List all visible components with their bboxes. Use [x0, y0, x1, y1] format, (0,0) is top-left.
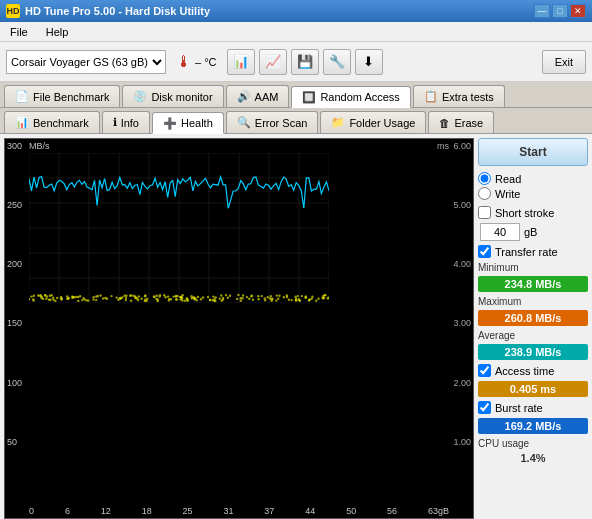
erase-label: Erase	[454, 117, 483, 129]
svg-point-170	[106, 298, 108, 300]
start-button[interactable]: Start	[478, 138, 588, 166]
tab-extra-tests[interactable]: 📋 Extra tests	[413, 85, 505, 107]
toolbar: Corsair Voyager GS (63 gB) 🌡 – °C 📊 📈 💾 …	[0, 42, 592, 82]
svg-point-184	[323, 297, 325, 299]
svg-point-190	[156, 295, 158, 297]
svg-point-135	[276, 294, 278, 296]
temperature-value: – °C	[195, 56, 217, 68]
svg-point-106	[252, 299, 254, 301]
gb-input[interactable]	[480, 223, 520, 241]
chart-x-labels: 0 6 12 18 25 31 37 44 50 56 63gB	[29, 506, 449, 516]
burst-rate-section: 169.2 MB/s	[478, 418, 588, 434]
svg-point-74	[77, 296, 79, 298]
exit-button[interactable]: Exit	[542, 50, 586, 74]
short-stroke-checkbox[interactable]	[478, 206, 491, 219]
burst-rate-checkbox-row[interactable]: Burst rate	[478, 401, 588, 414]
read-label: Read	[495, 173, 521, 185]
info-label: Info	[121, 117, 139, 129]
maximum-value: 260.8 MB/s	[478, 310, 588, 326]
svg-point-111	[125, 295, 127, 297]
icon-btn-5[interactable]: ⬇	[355, 49, 383, 75]
svg-point-79	[286, 294, 288, 296]
svg-point-98	[140, 298, 142, 300]
icon-btn-3[interactable]: 💾	[291, 49, 319, 75]
svg-point-32	[315, 300, 317, 302]
disk-monitor-label: Disk monitor	[151, 91, 212, 103]
chart-y-left-title: MB/s	[29, 141, 50, 151]
access-time-section: 0.405 ms	[478, 381, 588, 397]
icon-btn-1[interactable]: 📊	[227, 49, 255, 75]
short-stroke-row[interactable]: Short stroke	[478, 206, 588, 219]
access-time-checkbox[interactable]	[478, 364, 491, 377]
tab-random-access[interactable]: 🔲 Random Access	[291, 86, 410, 108]
file-menu[interactable]: File	[6, 24, 32, 40]
svg-point-97	[82, 297, 84, 299]
transfer-rate-label: Transfer rate	[495, 246, 558, 258]
icon-btn-2[interactable]: 📈	[259, 49, 287, 75]
svg-point-175	[130, 300, 132, 302]
main-content: MB/s ms 300 250 200 150 100 50 6.00 5.00…	[0, 134, 592, 519]
tab-erase[interactable]: 🗑 Erase	[428, 111, 494, 133]
read-radio[interactable]	[478, 172, 491, 185]
transfer-rate-row[interactable]: Transfer rate	[478, 245, 588, 258]
write-radio[interactable]	[478, 187, 491, 200]
svg-point-208	[193, 296, 195, 298]
svg-point-122	[45, 298, 47, 300]
write-radio-row[interactable]: Write	[478, 187, 588, 200]
svg-point-215	[304, 296, 306, 298]
benchmark-label: Benchmark	[33, 117, 89, 129]
aam-label: AAM	[255, 91, 279, 103]
tab-aam[interactable]: 🔊 AAM	[226, 85, 290, 107]
svg-point-156	[77, 300, 79, 302]
tab-health[interactable]: ➕ Health	[152, 112, 224, 134]
svg-point-81	[168, 299, 170, 301]
access-time-checkbox-row[interactable]: Access time	[478, 364, 588, 377]
cpu-usage-label: CPU usage	[478, 438, 588, 449]
write-label: Write	[495, 188, 520, 200]
icon-btn-4[interactable]: 🔧	[323, 49, 351, 75]
svg-point-66	[125, 299, 127, 301]
svg-point-108	[222, 297, 224, 299]
average-value: 238.9 MB/s	[478, 344, 588, 360]
tab-disk-monitor[interactable]: 💿 Disk monitor	[122, 85, 223, 107]
svg-point-194	[298, 298, 300, 300]
cpu-usage-section: CPU usage 1.4%	[478, 438, 588, 464]
app-icon: HD	[6, 4, 20, 18]
svg-point-105	[87, 299, 89, 301]
close-button[interactable]: ✕	[570, 4, 586, 18]
burst-rate-checkbox[interactable]	[478, 401, 491, 414]
cpu-usage-value: 1.4%	[478, 452, 588, 464]
svg-point-188	[117, 299, 119, 301]
svg-point-71	[37, 294, 39, 296]
tab-folder-usage[interactable]: 📁 Folder Usage	[320, 111, 426, 133]
tab-error-scan[interactable]: 🔍 Error Scan	[226, 111, 319, 133]
maximize-button[interactable]: □	[552, 4, 568, 18]
chart-y-right-title: ms	[437, 141, 449, 151]
minimize-button[interactable]: —	[534, 4, 550, 18]
tab-info[interactable]: ℹ Info	[102, 111, 150, 133]
read-radio-row[interactable]: Read	[478, 172, 588, 185]
transfer-rate-checkbox[interactable]	[478, 245, 491, 258]
tab-file-benchmark[interactable]: 📄 File Benchmark	[4, 85, 120, 107]
tab-benchmark[interactable]: 📊 Benchmark	[4, 111, 100, 133]
tab-row-1: 📄 File Benchmark 💿 Disk monitor 🔊 AAM 🔲 …	[0, 82, 592, 108]
svg-point-202	[137, 299, 139, 301]
drive-select[interactable]: Corsair Voyager GS (63 gB)	[6, 50, 166, 74]
svg-point-210	[33, 295, 35, 297]
svg-point-127	[167, 295, 169, 297]
svg-point-189	[144, 295, 146, 297]
svg-point-25	[261, 295, 263, 297]
svg-point-42	[30, 295, 32, 297]
svg-point-49	[200, 298, 202, 300]
svg-point-39	[288, 299, 290, 301]
svg-point-154	[145, 300, 147, 302]
help-menu[interactable]: Help	[42, 24, 73, 40]
aam-icon: 🔊	[237, 90, 251, 103]
file-benchmark-label: File Benchmark	[33, 91, 109, 103]
access-time-label: Access time	[495, 365, 554, 377]
random-access-label: Random Access	[320, 91, 399, 103]
svg-point-90	[49, 299, 51, 301]
maximum-section: Maximum 260.8 MB/s	[478, 296, 588, 326]
svg-point-197	[49, 295, 51, 297]
disk-monitor-icon: 💿	[133, 90, 147, 103]
